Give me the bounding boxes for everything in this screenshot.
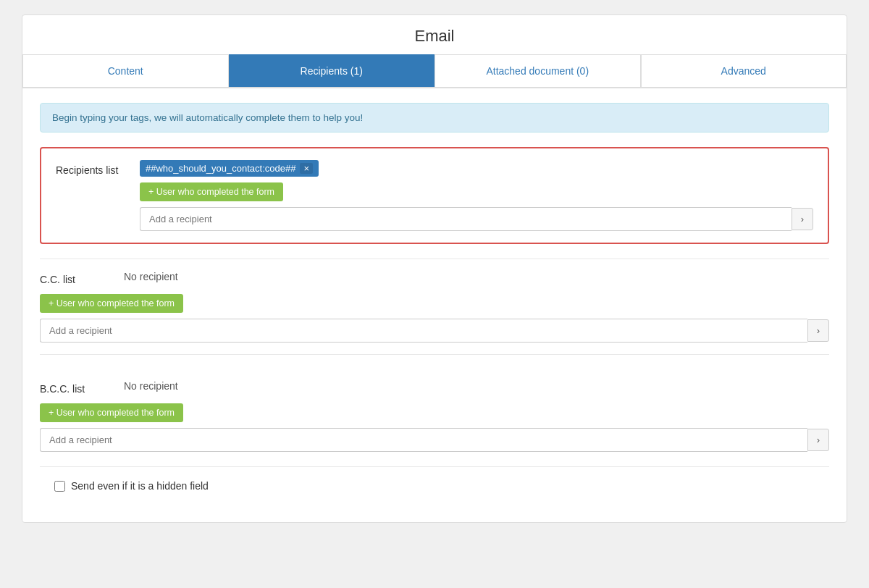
bcc-no-recipient: No recipient [124,380,829,392]
add-user-button-wrapper: + User who completed the form [140,182,813,201]
times-icon: × [303,163,309,174]
cc-section: C.C. list No recipient + User who comple… [40,259,829,348]
bcc-section: B.C.C. list No recipient + User who comp… [40,369,829,458]
recipients-field-content: ##who_should_you_contact:code## × + User… [140,160,813,231]
info-banner: Begin typing your tags, we will automati… [40,103,829,133]
cc-chevron-right-icon: › [817,325,820,336]
email-modal: Email Content Recipients (1) Attached do… [22,14,847,523]
tags-row: ##who_should_you_contact:code## × [140,160,813,177]
cc-add-recipient-arrow-button[interactable]: › [807,319,829,342]
tag-remove-button[interactable]: × [300,163,313,174]
tab-advanced[interactable]: Advanced [641,54,847,87]
cc-field-content: No recipient [124,271,829,282]
tab-attached[interactable]: Attached document (0) [434,54,641,87]
bcc-chevron-right-icon: › [817,434,820,445]
recipient-tag: ##who_should_you_contact:code## × [140,160,319,177]
add-user-completed-form-button[interactable]: + User who completed the form [140,182,283,201]
cc-add-recipient-input[interactable] [40,319,807,343]
bcc-add-recipient-input[interactable] [40,428,807,452]
cc-add-recipient-row: › [40,319,829,343]
chevron-right-icon: › [801,214,804,224]
bcc-list-label: B.C.C. list [40,380,112,395]
cc-no-recipient: No recipient [124,271,829,282]
cc-field-row: C.C. list No recipient [40,271,829,285]
bcc-add-user-button[interactable]: + User who completed the form [40,403,183,422]
recipients-field-row: Recipients list ##who_should_you_contact… [56,160,813,231]
recipients-list-label: Recipients list [56,160,128,176]
cc-list-label: C.C. list [40,271,112,285]
add-recipient-row: › [140,207,813,231]
tag-text: ##who_should_you_contact:code## [146,163,295,174]
bcc-add-recipient-arrow-button[interactable]: › [807,429,829,451]
bcc-field-content: No recipient [124,380,829,392]
recipients-list-section: Recipients list ##who_should_you_contact… [40,147,829,244]
bcc-field-row: B.C.C. list No recipient [40,380,829,395]
add-recipient-arrow-button[interactable]: › [792,208,813,230]
add-recipient-input[interactable] [140,207,792,231]
tabs-bar: Content Recipients (1) Attached document… [22,54,847,88]
send-hidden-checkbox[interactable] [54,481,65,492]
send-hidden-label: Send even if it is a hidden field [71,480,209,492]
send-hidden-row: Send even if it is a hidden field [40,467,829,505]
tab-content[interactable]: Content [22,54,229,87]
content-area: Begin typing your tags, we will automati… [22,88,847,522]
recipients-list-row: Recipients list ##who_should_you_contact… [41,148,828,243]
cc-add-user-button[interactable]: + User who completed the form [40,294,183,313]
bcc-add-recipient-row: › [40,428,829,452]
page-title: Email [22,15,847,54]
tab-recipients[interactable]: Recipients (1) [229,54,435,87]
